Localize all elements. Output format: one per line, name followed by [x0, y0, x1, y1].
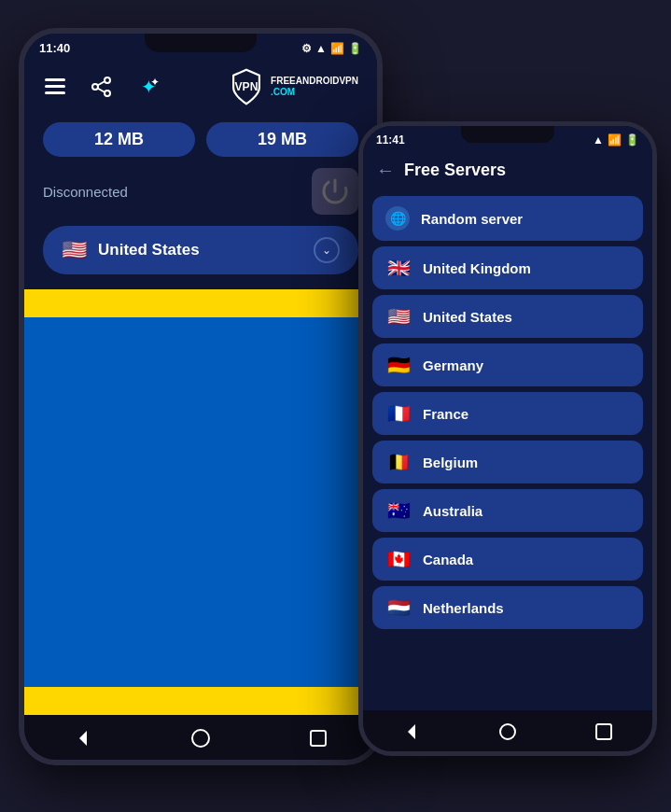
svg-rect-15 — [311, 731, 326, 746]
status-label: Disconnected — [43, 184, 128, 200]
svg-rect-1 — [45, 85, 65, 88]
flag-de: 🇩🇪 — [385, 354, 412, 376]
svg-marker-13 — [79, 731, 87, 746]
svg-rect-2 — [45, 91, 65, 94]
back-arrow-icon[interactable]: ← — [376, 160, 395, 181]
svg-point-5 — [105, 91, 110, 96]
svg-point-17 — [500, 724, 515, 739]
stats-row: 12 MB 19 MB — [24, 111, 377, 164]
menu-icon[interactable] — [43, 75, 67, 99]
svg-rect-18 — [596, 724, 611, 739]
flag-uk: 🇬🇧 — [385, 257, 412, 279]
recent-nav-phone1[interactable] — [304, 724, 332, 752]
svg-text:✦: ✦ — [150, 76, 160, 89]
phone1-screen: 11:40 ⚙ ▲ 📶 🔋 — [24, 34, 377, 760]
server-list: 🌐 Random server 🇬🇧 United Kingdom 🇺🇸 Uni… — [363, 190, 652, 710]
server-name-us: United States — [423, 309, 512, 325]
server-item-random[interactable]: 🌐 Random server — [372, 196, 643, 241]
server-item-ca[interactable]: 🇨🇦 Canada — [372, 538, 643, 581]
server-name-de: Germany — [423, 357, 483, 373]
svg-line-7 — [98, 81, 105, 86]
upload-stat: 19 MB — [206, 122, 358, 157]
country-selector[interactable]: 🇺🇸 United States ⌄ — [43, 226, 358, 274]
flag-nl: 🇳🇱 — [385, 596, 412, 619]
phone1: 11:40 ⚙ ▲ 📶 🔋 — [19, 28, 383, 765]
ukraine-yellow-stripe — [24, 289, 377, 317]
server-item-au[interactable]: 🇦🇺 Australia — [372, 489, 643, 532]
server-item-de[interactable]: 🇩🇪 Germany — [372, 343, 643, 386]
server-name-fr: France — [423, 406, 468, 422]
ukraine-yellow-stripe2 — [24, 687, 377, 715]
server-item-be[interactable]: 🇧🇪 Belgium — [372, 441, 643, 483]
server-name-random: Random server — [421, 211, 523, 227]
logo-text: FREEANDROIDVPN .COM — [271, 76, 358, 98]
free-servers-title: Free Servers — [404, 161, 506, 180]
svg-marker-16 — [408, 724, 415, 739]
header-phone2: ← Free Servers — [363, 154, 652, 190]
flag-us: 🇺🇸 — [385, 305, 412, 328]
notch1 — [145, 34, 257, 52]
star-icon[interactable]: ✦ ✦ — [136, 75, 161, 99]
phone2: 11:41 ▲ 📶 🔋 ← Free Servers 🌐 Random serv… — [358, 121, 657, 756]
download-stat: 12 MB — [43, 122, 195, 157]
svg-point-4 — [92, 84, 98, 90]
flag-ca: 🇨🇦 — [385, 548, 412, 570]
svg-point-14 — [192, 730, 209, 747]
chevron-down-icon: ⌄ — [314, 237, 340, 263]
status-icons-phone1: ⚙ ▲ 📶 🔋 — [301, 42, 362, 55]
share-icon[interactable] — [90, 75, 114, 99]
svg-rect-0 — [45, 78, 65, 81]
country-name: United States — [98, 241, 302, 259]
country-flag: 🇺🇸 — [62, 238, 87, 262]
server-name-be: Belgium — [423, 455, 478, 470]
logo-shield-icon: VPN — [228, 68, 265, 105]
power-button[interactable] — [312, 168, 358, 215]
server-name-nl: Netherlands — [423, 600, 504, 616]
bottom-nav-phone2 — [363, 710, 652, 751]
server-item-fr[interactable]: 🇫🇷 France — [372, 392, 643, 435]
home-nav-phone1[interactable] — [187, 724, 215, 752]
recent-nav-phone2[interactable] — [590, 718, 618, 746]
disconnect-row: Disconnected — [24, 164, 377, 226]
svg-point-3 — [105, 77, 110, 83]
back-nav-phone2[interactable] — [398, 718, 426, 746]
home-nav-phone2[interactable] — [494, 718, 522, 746]
svg-line-6 — [98, 89, 105, 93]
ukraine-blue-stripe — [24, 317, 377, 687]
time-phone1: 11:40 — [39, 41, 70, 55]
logo-area: VPN FREEANDROIDVPN .COM — [228, 68, 358, 105]
flag-au: 🇦🇺 — [385, 499, 412, 522]
ukraine-flag-display — [24, 289, 377, 715]
phone2-screen: 11:41 ▲ 📶 🔋 ← Free Servers 🌐 Random serv… — [363, 126, 652, 751]
server-item-uk[interactable]: 🇬🇧 United Kingdom — [372, 246, 643, 289]
server-name-au: Australia — [423, 503, 482, 519]
flag-be: 🇧🇪 — [385, 451, 412, 473]
notch2 — [461, 126, 554, 143]
server-item-us[interactable]: 🇺🇸 United States — [372, 295, 643, 338]
power-icon — [319, 175, 351, 207]
back-nav-phone1[interactable] — [69, 724, 97, 752]
bottom-nav-phone1 — [24, 715, 377, 760]
svg-text:VPN: VPN — [235, 80, 259, 93]
flag-fr: 🇫🇷 — [385, 402, 412, 425]
nav-bar-phone1: ✦ ✦ VPN FREEANDROIDVPN .COM — [24, 63, 377, 111]
status-icons-phone2: ▲ 📶 🔋 — [593, 133, 639, 147]
time-phone2: 11:41 — [376, 133, 405, 147]
server-item-nl[interactable]: 🇳🇱 Netherlands — [372, 586, 643, 629]
server-name-uk: United Kingdom — [423, 260, 531, 276]
globe-icon: 🌐 — [385, 206, 410, 231]
server-name-ca: Canada — [423, 552, 473, 567]
